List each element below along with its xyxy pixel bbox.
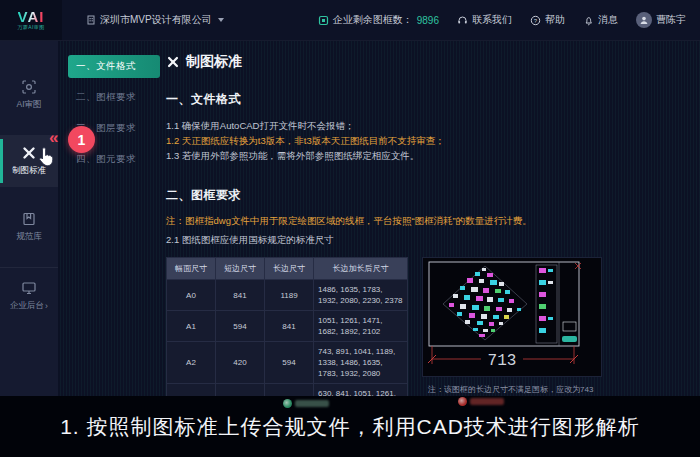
quota-label: 企业剩余图框数： bbox=[333, 13, 413, 27]
help-label: 帮助 bbox=[545, 13, 565, 27]
sidebar-item-standard-library[interactable]: 规范库 bbox=[0, 201, 58, 253]
cad-drawing-preview: 713 bbox=[422, 257, 602, 377]
cell-long: 594 bbox=[265, 342, 314, 384]
top-header: VAI 万霖AI审图 深圳市MVP设计有限公司 企业剩余图框数：9896 联系我… bbox=[0, 0, 700, 41]
main-content: 制图标准 一、文件格式 1.1 确保使用AutoCAD打开文件时不会报错； 1.… bbox=[162, 41, 700, 396]
avatar bbox=[636, 12, 652, 28]
company-selector[interactable]: 深圳市MVP设计有限公司 bbox=[86, 13, 224, 27]
bell-icon bbox=[583, 15, 594, 26]
username: 曹陈宇 bbox=[656, 13, 686, 27]
app-logo: VAI 万霖AI审图 bbox=[0, 0, 62, 40]
section2-title: 二、图框要求 bbox=[166, 187, 692, 204]
sidebar-item-label: AI审图 bbox=[16, 99, 41, 111]
question-circle-icon: ? bbox=[530, 15, 541, 26]
watermark-text-blur bbox=[295, 400, 329, 407]
messages-button[interactable]: 消息 bbox=[583, 13, 618, 27]
paper-size-table: 幅面尺寸 短边尺寸 长边尺寸 长边加长后尺寸 A0 841 bbox=[166, 257, 408, 396]
rule-1-3: 1.3 若使用外部参照功能，需将外部参照图纸绑定相应文件。 bbox=[166, 148, 692, 163]
library-book-icon bbox=[21, 211, 37, 227]
sidebar-item-label: 企业后台 bbox=[10, 300, 44, 312]
cell-long: 841 bbox=[265, 311, 314, 342]
contact-us-label: 联系我们 bbox=[472, 13, 512, 27]
svg-text:?: ? bbox=[534, 17, 538, 23]
cell-extended: 630, 841, 1051, 1261, 1471, 1682, 1892 bbox=[314, 384, 408, 397]
hand-cursor-icon bbox=[36, 146, 56, 172]
building-icon bbox=[86, 15, 96, 25]
watermark-right bbox=[458, 397, 504, 406]
frame-billing-note: 注：图框指dwg文件中用于限定绘图区域的线框，平台按照“图框消耗”的数量进行计费… bbox=[166, 214, 692, 228]
app-window: VAI 万霖AI审图 深圳市MVP设计有限公司 企业剩余图框数：9896 联系我… bbox=[0, 0, 700, 457]
table-row: A2 420 594 743, 891, 1041, 1189, 1338, 1… bbox=[167, 342, 408, 384]
cell-extended: 1051, 1261, 1471, 1682, 1892, 2102 bbox=[314, 311, 408, 342]
cell-extended: 1486, 1635, 1783, 1932, 2080, 2230, 2378 bbox=[314, 280, 408, 311]
sidebar-item-ai-review[interactable]: AI审图 bbox=[0, 69, 58, 121]
cell-size: A2 bbox=[167, 342, 216, 384]
col-header-short: 短边尺寸 bbox=[216, 258, 265, 280]
cell-short: 420 bbox=[216, 342, 265, 384]
chevron-down-icon bbox=[218, 18, 224, 22]
frame-quota-icon bbox=[318, 15, 329, 26]
col-header-long: 长边尺寸 bbox=[265, 258, 314, 280]
help-button[interactable]: ? 帮助 bbox=[530, 13, 565, 27]
cell-size: A0 bbox=[167, 280, 216, 311]
messages-label: 消息 bbox=[598, 13, 618, 27]
cell-long: 1189 bbox=[265, 280, 314, 311]
logo-subtitle: 万霖AI审图 bbox=[17, 24, 45, 30]
rule-2-1: 2.1 图纸图框应使用国标规定的标准尺寸 bbox=[166, 234, 692, 247]
rule-1-1: 1.1 确保使用AutoCAD打开文件时不会报错； bbox=[166, 118, 692, 133]
cell-long: 420 bbox=[265, 384, 314, 397]
caption-bar: 1. 按照制图标准上传合规文件，利用CAD技术进行图形解析 bbox=[0, 396, 700, 457]
double-chevron-left-icon: « bbox=[49, 128, 55, 148]
sidebar-item-enterprise-console[interactable]: 企业后台› bbox=[0, 267, 58, 322]
ai-review-scan-icon bbox=[21, 79, 37, 95]
figure-note: 注：该图框的长边尺寸不满足国标，应改为743 bbox=[422, 384, 600, 395]
primary-sidebar: AI审图 制图标准 规范库 企业后台› bbox=[0, 41, 58, 396]
col-header-extended: 长边加长后尺寸 bbox=[314, 258, 408, 280]
cell-short: 297 bbox=[216, 384, 265, 397]
headset-icon bbox=[457, 15, 468, 26]
sidebar-item-label: 规范库 bbox=[16, 231, 42, 243]
crossed-tools-icon bbox=[166, 55, 180, 69]
chevron-right-icon: › bbox=[45, 301, 48, 311]
red-logo-icon bbox=[458, 397, 467, 406]
col-header-size: 幅面尺寸 bbox=[167, 258, 216, 280]
step-badge: 1 bbox=[68, 126, 95, 153]
cell-size: A1 bbox=[167, 311, 216, 342]
contact-us-button[interactable]: 联系我们 bbox=[457, 13, 512, 27]
table-header-row: 幅面尺寸 短边尺寸 长边尺寸 长边加长后尺寸 bbox=[167, 258, 408, 280]
cell-short: 841 bbox=[216, 280, 265, 311]
cell-extended: 743, 891, 1041, 1189, 1338, 1486, 1635, … bbox=[314, 342, 408, 384]
cell-size: A3 bbox=[167, 384, 216, 397]
submenu-item-frame-requirements[interactable]: 二、图框要求 bbox=[68, 86, 160, 109]
company-name: 深圳市MVP设计有限公司 bbox=[100, 13, 212, 27]
watermark-left bbox=[283, 399, 329, 408]
table-row: A1 594 841 1051, 1261, 1471, 1682, 1892,… bbox=[167, 311, 408, 342]
step-caption: 1. 按照制图标准上传合规文件，利用CAD技术进行图形解析 bbox=[60, 413, 640, 441]
table-row: A3 297 420 630, 841, 1051, 1261, 1471, 1… bbox=[167, 384, 408, 397]
page-title: 制图标准 bbox=[166, 53, 692, 71]
quota-value: 9896 bbox=[417, 15, 439, 26]
monitor-icon bbox=[21, 280, 37, 296]
table-row: A0 841 1189 1486, 1635, 1783, 1932, 2080… bbox=[167, 280, 408, 311]
green-logo-icon bbox=[283, 399, 292, 408]
cell-short: 594 bbox=[216, 311, 265, 342]
crossed-tools-icon bbox=[21, 145, 37, 161]
user-menu[interactable]: 曹陈宇 bbox=[636, 12, 686, 28]
section1-title: 一、文件格式 bbox=[166, 91, 692, 108]
submenu-item-file-format[interactable]: 一、文件格式 bbox=[68, 55, 160, 78]
section-submenu: 一、文件格式 二、图框要求 三、图层要求 四、图元要求 bbox=[58, 41, 162, 396]
quota-counter: 企业剩余图框数：9896 bbox=[318, 13, 439, 27]
watermark-text-blur bbox=[470, 398, 504, 405]
rule-1-2: 1.2 天正图纸应转换为t3版本，非t3版本天正图纸目前不支持审查； bbox=[166, 133, 692, 148]
dimension-value: 713 bbox=[488, 352, 517, 370]
logo-text: VAI bbox=[18, 10, 45, 24]
page-title-text: 制图标准 bbox=[186, 53, 242, 71]
